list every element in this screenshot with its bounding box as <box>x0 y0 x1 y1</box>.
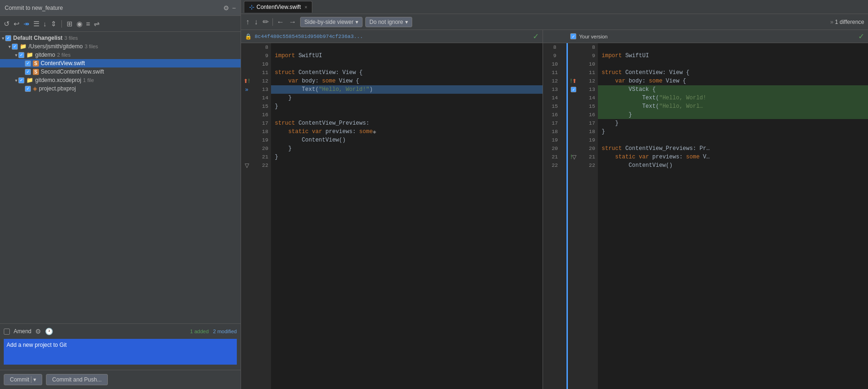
amend-settings-icon[interactable]: ⚙ <box>35 328 41 335</box>
gutter-11 <box>241 68 252 77</box>
refresh-icon[interactable]: ↺ <box>4 20 10 28</box>
swap-icon[interactable]: ⇕ <box>51 20 57 28</box>
rgutter-11 <box>568 68 579 77</box>
ln-10: 10 <box>252 60 271 68</box>
rcl-11: struct ContentView: View { <box>598 68 868 77</box>
tree-item-pbxproj[interactable]: ▸ ◈ project.pbxproj <box>0 84 241 93</box>
checkbox-secondcontent[interactable] <box>25 69 31 75</box>
tree-item-users-jsmith[interactable]: 📁 /Users/jsmith/gitdemo 3 files <box>0 42 241 51</box>
diff-back-button[interactable]: ← <box>276 18 285 26</box>
rgutter-10 <box>568 60 579 68</box>
diff-edit-button[interactable]: ✏ <box>262 17 270 26</box>
settings-icon[interactable]: ⚙ <box>223 4 229 12</box>
swift-icon-secondcontent: S <box>33 69 39 75</box>
rgutter-8 <box>568 43 579 52</box>
tree-item-secondcontent[interactable]: ▸ S SecondContentView.swift <box>0 67 241 76</box>
expand-icon[interactable]: ⇌ <box>94 20 100 28</box>
code-area-right[interactable]: !⬆ ✓ !▽ 8 9 10 <box>566 43 868 389</box>
move-icon[interactable]: ↠ <box>23 20 30 28</box>
tree-item-contentview[interactable]: ▸ S ContentView.swift <box>0 59 241 67</box>
rln-21: 21 <box>579 153 598 161</box>
ln-13: 13 <box>252 85 271 94</box>
mid-22: 22 <box>543 161 566 170</box>
minimize-icon[interactable]: − <box>232 4 236 12</box>
tab-close-button[interactable]: × <box>305 5 308 10</box>
gutter-16 <box>241 111 252 119</box>
commit-and-push-button[interactable]: Commit and Push... <box>46 374 107 385</box>
ln-18: 18 <box>252 127 271 136</box>
gutter-8 <box>241 43 252 52</box>
tab-swift-icon: ⊹ <box>249 3 255 11</box>
mid-14: 14 <box>543 94 566 102</box>
rgutter-15 <box>568 102 579 111</box>
rln-15: 15 <box>579 102 598 111</box>
checkbox-default-changelist[interactable] <box>5 35 11 41</box>
rcl-20: struct ContentView_Previews: Pr… <box>598 144 868 153</box>
collapse-icon[interactable]: ≡ <box>86 20 91 28</box>
commit-button[interactable]: Commit ▾ <box>4 374 42 385</box>
checkbox-xcodeproj[interactable] <box>18 77 24 83</box>
download-icon[interactable]: ↓ <box>43 20 47 28</box>
commit-button-label: Commit <box>10 376 29 383</box>
your-version-label: Your version <box>579 34 608 39</box>
rln-19: 19 <box>579 136 598 144</box>
mid-10: 10 <box>543 60 566 68</box>
diff-up-button[interactable]: ↑ <box>245 18 250 26</box>
tree-item-xcodeproj[interactable]: 📁 gitdemo.xcodeproj 1 file <box>0 76 241 84</box>
commit-dropdown-arrow[interactable]: ▾ <box>31 376 36 383</box>
list-icon[interactable]: ☰ <box>33 20 39 28</box>
rgutter-12: !⬆ <box>568 77 579 85</box>
checkbox-users-jsmith[interactable] <box>12 44 18 50</box>
right-checkbox[interactable] <box>570 33 576 39</box>
left-gutter: ⬆! » ▽ <box>241 43 252 389</box>
pbx-icon-pbxproj: ◈ <box>33 85 37 92</box>
mid-15: 15 <box>543 102 566 111</box>
left-panel: Commit to new_feature ⚙ − ↺ ↩ ↠ ☰ ↓ ⇕ ⊞ … <box>0 0 241 389</box>
arrow-xcodeproj <box>15 78 17 83</box>
rcl-8 <box>598 43 868 52</box>
cl-16 <box>271 111 543 119</box>
ln-22: 22 <box>252 161 271 170</box>
rcl-15: Text("Hello, Worl… <box>598 102 868 111</box>
diff-down-button[interactable]: ↓ <box>253 18 259 26</box>
diff-forward-button[interactable]: → <box>288 18 297 26</box>
rgutter-9 <box>568 52 579 60</box>
tree-item-gitdemo[interactable]: 📁 gitdemo 2 files <box>0 51 241 59</box>
commit-message-input[interactable]: Add a new project to Git <box>4 339 237 365</box>
diff-sep-1 <box>272 18 273 26</box>
checkbox-contentview[interactable] <box>25 60 31 67</box>
tab-contentview[interactable]: ⊹ ContentView.swift × <box>244 1 312 13</box>
line-accept-13[interactable]: ✓ <box>571 87 576 92</box>
amend-checkbox[interactable] <box>4 329 10 335</box>
rcl-10 <box>598 60 868 68</box>
amend-history-icon[interactable]: 🕐 <box>45 328 53 335</box>
rln-12: 12 <box>579 77 598 85</box>
ignore-label: Do not ignore <box>370 19 403 25</box>
eye-icon[interactable]: ◉ <box>76 20 83 28</box>
tab-bar: ⊹ ContentView.swift × <box>241 0 868 14</box>
cl-21: } <box>271 153 543 161</box>
code-area-left[interactable]: ⬆! » ▽ 8 9 10 <box>241 43 543 389</box>
changelist-badge: 3 files <box>64 35 78 41</box>
viewer-dropdown[interactable]: Side-by-side viewer ▾ <box>300 17 362 27</box>
checkbox-gitdemo[interactable] <box>18 52 24 58</box>
checkbox-pbxproj[interactable] <box>25 86 31 92</box>
mid-19: 19 <box>543 136 566 144</box>
gutter-14 <box>241 94 252 102</box>
undo-icon[interactable]: ↩ <box>14 20 20 28</box>
grid-icon[interactable]: ⊞ <box>67 20 73 28</box>
rgutter-17 <box>568 119 579 127</box>
cl-14: } <box>271 94 543 102</box>
label-users-jsmith: /Users/jsmith/gitdemo <box>29 43 83 50</box>
cl-20: } <box>271 144 543 153</box>
commit-toolbar: ↺ ↩ ↠ ☰ ↓ ⇕ ⊞ ◉ ≡ ⇌ <box>0 16 241 32</box>
rgutter-21: !▽ <box>568 153 579 161</box>
rgutter-13[interactable]: ✓ <box>568 85 579 94</box>
ln-16: 16 <box>252 111 271 119</box>
ignore-dropdown[interactable]: Do not ignore ▾ <box>365 17 412 27</box>
gutter-18 <box>241 127 252 136</box>
rln-13: 13 <box>579 85 598 94</box>
diff-header-left: 🔒 8c44f480c55854581d950b974cf236a3... ✓ <box>241 30 543 43</box>
file-tree: Default Changelist 3 files 📁 /Users/jsmi… <box>0 32 241 323</box>
tree-item-default-changelist[interactable]: Default Changelist 3 files <box>0 34 241 42</box>
